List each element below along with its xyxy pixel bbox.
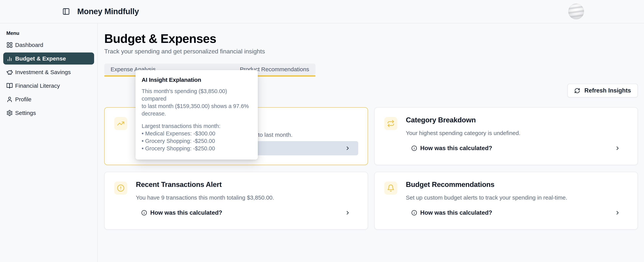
page-title: Budget & Expenses (104, 32, 638, 46)
card-body: You have 9 transactions this month total… (136, 194, 356, 202)
card-body: Set up custom budget alerts to track you… (406, 194, 626, 202)
card-body-fragment: to last month. (258, 131, 292, 139)
chevron-right-icon (615, 145, 620, 151)
tooltip-paragraph-transactions: Largest transactions this month: • Medic… (142, 122, 252, 152)
sidebar-item-label: Budget & Expense (15, 55, 66, 62)
refresh-insights-label: Refresh Insights (584, 87, 631, 94)
dashboard-icon (6, 42, 13, 48)
how-calculated-label: How was this calculated? (420, 145, 492, 152)
piggy-bank-icon (6, 69, 13, 75)
chevron-right-icon (615, 210, 620, 216)
tooltip-title: AI Insight Explanation (142, 77, 252, 83)
card-title: Category Breakdown (406, 116, 476, 124)
repeat-icon (387, 120, 395, 127)
how-calculated-button[interactable]: How was this calculated? (406, 141, 628, 155)
sidebar-item-dashboard[interactable]: Dashboard (3, 39, 94, 51)
sidebar-section-label: Menu (6, 30, 94, 36)
info-icon (411, 145, 417, 151)
card-icon-box (384, 117, 397, 130)
sidebar-item-investment-savings[interactable]: Investment & Savings (3, 66, 94, 78)
user-icon (6, 96, 13, 103)
refresh-icon (574, 88, 580, 94)
user-avatar[interactable] (568, 4, 584, 19)
sidebar: Menu Dashboard Budget & Expense (0, 23, 98, 262)
alert-circle-icon (117, 184, 124, 192)
app-title: Money Mindfully (77, 7, 139, 16)
how-calculated-label: How was this calculated? (420, 209, 492, 216)
card-body: Your highest spending category is undefi… (406, 129, 626, 137)
sidebar-item-label: Investment & Savings (15, 69, 71, 75)
chevron-right-icon (345, 145, 350, 151)
how-calculated-button[interactable]: How was this calculated? (406, 206, 628, 220)
sidebar-toggle-icon[interactable] (62, 8, 70, 15)
ai-insight-tooltip: AI Insight Explanation This month's spen… (136, 70, 258, 160)
book-open-icon (6, 82, 13, 89)
sidebar-item-financial-literacy[interactable]: Financial Literacy (3, 80, 94, 92)
tooltip-paragraph-spending: This month's spending ($3,850.00) compar… (142, 87, 252, 117)
app-root: Money Mindfully Menu Dashboard Budget & … (0, 0, 644, 262)
sidebar-item-label: Profile (15, 96, 32, 103)
info-icon (141, 210, 147, 216)
sidebar-item-settings[interactable]: Settings (3, 107, 94, 119)
card-title: Recent Transactions Alert (136, 181, 222, 189)
chevron-right-icon (345, 210, 350, 216)
card-category-breakdown: Category Breakdown Your highest spending… (374, 107, 638, 165)
sidebar-item-label: Financial Literacy (15, 82, 60, 89)
gear-icon (6, 110, 13, 116)
sidebar-nav: Dashboard Budget & Expense Investment & … (3, 39, 94, 119)
sidebar-item-budget-expense[interactable]: Budget & Expense (3, 52, 94, 64)
card-budget-recommendations: Budget Recommendations Set up custom bud… (374, 172, 638, 230)
card-recent-transactions-alert: Recent Transactions Alert You have 9 tra… (104, 172, 368, 230)
app-shell: Menu Dashboard Budget & Expense (0, 23, 644, 262)
card-icon-box (114, 182, 127, 195)
card-icon-box (384, 182, 397, 195)
bar-chart-icon (6, 55, 13, 62)
how-calculated-label: How was this calculated? (150, 209, 222, 216)
info-icon (411, 210, 417, 216)
card-title: Budget Recommendations (406, 181, 494, 189)
sidebar-item-profile[interactable]: Profile (3, 93, 94, 105)
page-subtitle: Track your spending and get personalized… (104, 47, 638, 55)
how-calculated-button[interactable]: How was this calculated? (136, 206, 358, 220)
sidebar-item-label: Settings (15, 110, 36, 116)
card-icon-box (114, 117, 127, 130)
app-header: Money Mindfully (0, 0, 644, 23)
trending-up-icon (117, 120, 124, 127)
bell-icon (387, 184, 395, 192)
refresh-insights-button[interactable]: Refresh Insights (567, 84, 638, 97)
sidebar-item-label: Dashboard (15, 42, 43, 48)
